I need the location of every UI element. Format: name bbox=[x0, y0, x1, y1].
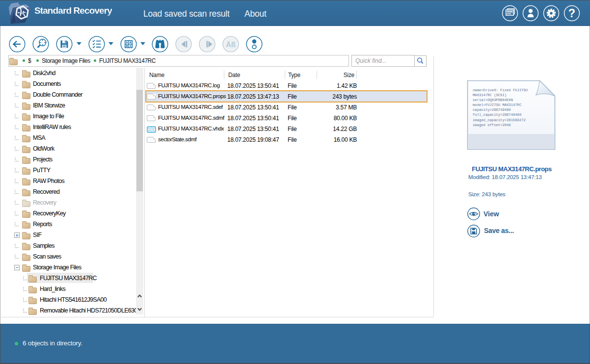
svg-text:?: ? bbox=[568, 7, 575, 20]
svg-text:Āß: Āß bbox=[226, 40, 236, 49]
